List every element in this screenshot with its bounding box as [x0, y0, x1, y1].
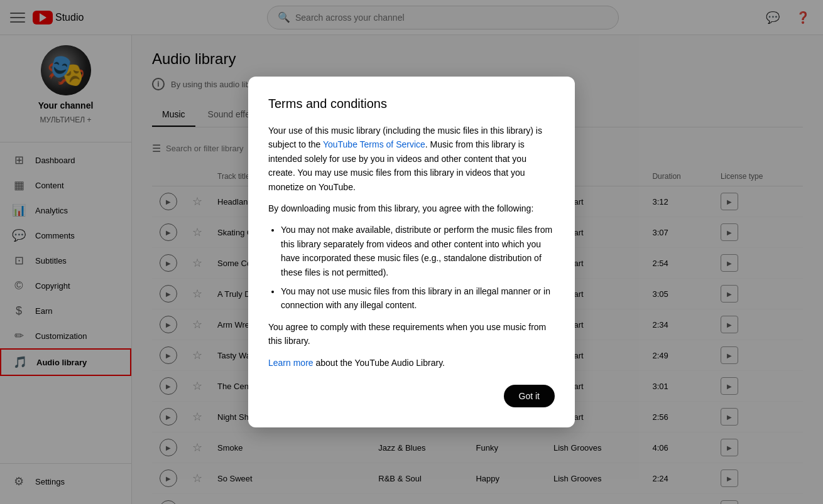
got-it-button[interactable]: Got it [504, 385, 555, 407]
modal-overlay: Terms and conditions Your use of this mu… [0, 0, 823, 504]
modal-learn-more: Learn more about the YouTube Audio Libra… [268, 356, 555, 370]
modal-bullet-1: You may not make available, distribute o… [281, 223, 555, 279]
modal-body: Your use of this music library (includin… [268, 124, 555, 370]
tos-link[interactable]: YouTube Terms of Service [323, 139, 425, 149]
modal-paragraph-3: You agree to comply with these requireme… [268, 320, 555, 348]
modal-dialog: Terms and conditions Your use of this mu… [248, 77, 575, 427]
modal-bullet-list: You may not make available, distribute o… [281, 223, 555, 312]
modal-footer: Got it [268, 385, 555, 407]
modal-learn-more-cont: about the YouTube Audio Library. [313, 358, 445, 368]
modal-paragraph-2-heading: By downloading music from this library, … [268, 201, 555, 215]
modal-title: Terms and conditions [268, 97, 555, 111]
modal-bullet-2: You may not use music files from this li… [281, 284, 555, 313]
modal-paragraph-1: Your use of this music library (includin… [268, 124, 555, 194]
learn-more-link[interactable]: Learn more [268, 358, 313, 368]
